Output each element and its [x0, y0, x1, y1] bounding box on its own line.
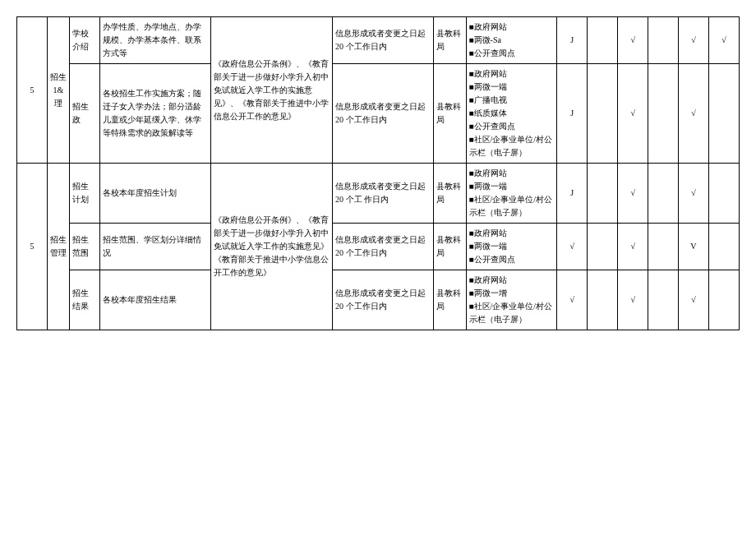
- content-cell: 各校招生工作实施方案；随迁子女入学办法；部分适龄儿童或少年延缓入学、休学等特殊需…: [99, 64, 210, 164]
- check-cell: √: [618, 270, 648, 330]
- channel-item: ■两微一端: [469, 240, 555, 253]
- channel-item: ■政府网站: [469, 21, 555, 34]
- check-cell: √: [618, 224, 648, 270]
- check-cell: [708, 224, 739, 270]
- timelimit-cell: 信息形成或者变更之日起 20 个工作日内: [333, 224, 434, 270]
- dept-cell: 县教科局: [434, 64, 466, 164]
- check-cell: √: [618, 164, 648, 224]
- table-row: 招生结果 各校本年度招生结果 信息形成或者变更之日起 20 个工作日内 县教科局…: [17, 270, 740, 330]
- channel-cell: ■政府网站 ■两微一端 ■公开查阅点: [466, 224, 557, 270]
- category-cell: 招生 1&理: [47, 17, 69, 164]
- category-cell: 招生管理: [47, 164, 69, 330]
- channel-item: ■公开查阅点: [469, 253, 555, 266]
- check-cell: √: [557, 270, 588, 330]
- table-row: 招生政 各校招生工作实施方案；随迁子女入学办法；部分适龄儿童或少年延缓入学、休学…: [17, 64, 740, 164]
- channel-item: ■广播电视: [469, 94, 555, 107]
- seq-cell: 5: [17, 164, 48, 330]
- check-cell: [708, 270, 739, 330]
- channel-item: ■纸质媒体: [469, 107, 555, 120]
- check-cell: √: [679, 270, 709, 330]
- channel-item: ■两微一端: [469, 180, 555, 193]
- dept-cell: 县教科局: [434, 164, 466, 224]
- content-cell: 各校本年度招生计划: [99, 164, 210, 224]
- channel-item: ■两微-Sa: [469, 34, 555, 47]
- check-cell: [588, 224, 618, 270]
- content-cell: 招生范围、学区划分详细情况: [99, 224, 210, 270]
- check-cell: [648, 224, 679, 270]
- channel-cell: ■政府网站 ■两微一端 ■社区/企事业单位/村公示栏（电子屏）: [466, 164, 557, 224]
- channel-cell: ■政府网站 ■两微一端 ■广播电视 ■纸质媒体 ■公开查阅点 ■社区/企事业单位…: [466, 64, 557, 164]
- channel-item: ■公开查阅点: [469, 120, 555, 133]
- subcategory-cell: 学校介绍: [70, 17, 100, 64]
- channel-item: ■社区/企事业单位/村公示栏（电子屏）: [469, 300, 555, 326]
- timelimit-cell: 信息形成或者变更之日起 20 个工 作日内: [333, 164, 434, 224]
- check-cell: √: [557, 224, 588, 270]
- check-cell: √: [679, 64, 709, 164]
- subcategory-cell: 招生范围: [70, 224, 100, 270]
- timelimit-cell: 信息形成或者变更之日起 20 个工作日内: [333, 17, 434, 64]
- channel-item: ■政府网站: [469, 227, 555, 240]
- channel-item: ■两微一增: [469, 287, 555, 300]
- channel-item: ■社区/企事业单位/村公示栏（电子屏）: [469, 133, 555, 159]
- channel-cell: ■政府网站 ■两微-Sa ■公开查阅点: [466, 17, 557, 64]
- basis-cell: 《政府信息公开条例》、《教育部关于进一步做好小学升入初中免试就近入学工作的实施意…: [211, 17, 333, 164]
- subcategory-cell: 招生结果: [70, 270, 100, 330]
- subcategory-cell: 招生计划: [70, 164, 100, 224]
- check-cell: J: [557, 64, 588, 164]
- dept-cell: 县教科局: [434, 270, 466, 330]
- subcategory-cell: 招生政: [70, 64, 100, 164]
- check-cell: [708, 64, 739, 164]
- check-cell: J: [557, 17, 588, 64]
- channel-item: ■两微一端: [469, 81, 555, 94]
- check-cell: [648, 270, 679, 330]
- check-cell: [648, 64, 679, 164]
- table-row: 5 招生 1&理 学校介绍 办学性质、办学地点、办学规模、办学基本条件、联系方式…: [17, 17, 740, 64]
- dept-cell: 县教科局: [434, 224, 466, 270]
- check-cell: √: [618, 17, 648, 64]
- check-cell: J: [557, 164, 588, 224]
- disclosure-table: 5 招生 1&理 学校介绍 办学性质、办学地点、办学规模、办学基本条件、联系方式…: [16, 16, 740, 330]
- check-cell: [588, 164, 618, 224]
- channel-item: ■公开查阅点: [469, 47, 555, 60]
- seq-cell: 5: [17, 17, 48, 164]
- content-cell: 办学性质、办学地点、办学规模、办学基本条件、联系方式等: [99, 17, 210, 64]
- channel-item: ■社区/企事业单位/村公示栏（电子屏）: [469, 193, 555, 219]
- check-cell: √: [679, 17, 709, 64]
- channel-item: ■政府网站: [469, 67, 555, 81]
- check-cell: [588, 64, 618, 164]
- table-row: 招生范围 招生范围、学区划分详细情况 信息形成或者变更之日起 20 个工作日内 …: [17, 224, 740, 270]
- check-cell: [588, 17, 618, 64]
- table-row: 5 招生管理 招生计划 各校本年度招生计划 《政府信息公开条例》、《教育部关于进…: [17, 164, 740, 224]
- check-cell: V: [679, 224, 709, 270]
- check-cell: [648, 164, 679, 224]
- basis-cell: 《政府信息公开条例》、《教育部关于进一步做好小学升入初中免试就近入学工作的实施意…: [211, 164, 333, 330]
- check-cell: [588, 270, 618, 330]
- channel-item: ■政府网站: [469, 167, 555, 180]
- content-cell: 各校本年度招生结果: [99, 270, 210, 330]
- timelimit-cell: 信息形成或者变更之日起 20 个工作日内: [333, 64, 434, 164]
- dept-cell: 县教科局: [434, 17, 466, 64]
- channel-cell: ■政府网站 ■两微一增 ■社区/企事业单位/村公示栏（电子屏）: [466, 270, 557, 330]
- check-cell: √: [618, 64, 648, 164]
- channel-item: ■政府网站: [469, 274, 555, 287]
- timelimit-cell: 信息形成或者变更之日起 20 个工作日内: [333, 270, 434, 330]
- check-cell: [648, 17, 679, 64]
- check-cell: √: [708, 17, 739, 64]
- check-cell: [708, 164, 739, 224]
- check-cell: √: [679, 164, 709, 224]
